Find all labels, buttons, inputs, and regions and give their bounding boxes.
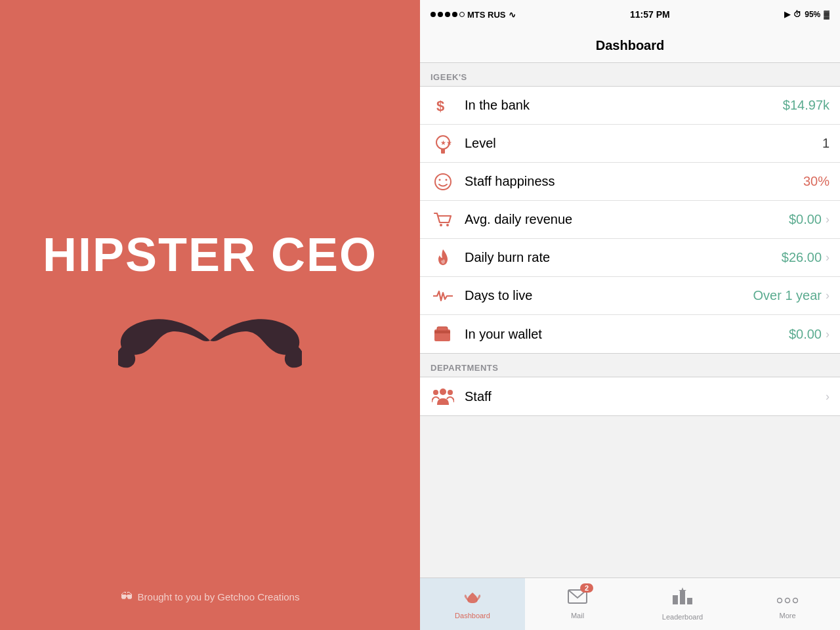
happiness-label: Staff happiness <box>465 174 803 189</box>
more-tab-label: More <box>779 612 795 620</box>
svg-rect-16 <box>673 595 678 604</box>
right-panel: MTS RUS ∿ 11:57 PM ▶ ⏱ 95% ▓ Dashboard I… <box>420 0 840 630</box>
content-area: IGEEK'S $ In the bank $14.97k ★★★ <box>420 63 840 578</box>
row-happiness[interactable]: Staff happiness 30% <box>420 163 840 201</box>
svg-point-7 <box>440 224 442 226</box>
signal-dots <box>430 12 465 17</box>
svg-point-12 <box>433 390 438 395</box>
dot-1 <box>430 12 436 17</box>
burnrate-label: Daily burn rate <box>465 250 782 265</box>
pulse-icon <box>430 284 455 308</box>
svg-point-21 <box>786 598 790 603</box>
left-panel: HIPSTER CEO 🕶 Brought to you by Getchoo … <box>0 0 420 630</box>
alarm-icon: ⏱ <box>793 10 801 19</box>
section-header-igeeks: IGEEK'S <box>420 63 840 86</box>
row-burnrate[interactable]: Daily burn rate $26.00 › <box>420 239 840 277</box>
nav-bar: Dashboard <box>420 29 840 63</box>
tab-leaderboard[interactable]: Leaderboard <box>630 578 735 630</box>
wallet-icon <box>430 322 455 346</box>
svg-text:★★★: ★★★ <box>440 139 453 146</box>
svg-point-5 <box>439 178 441 180</box>
row-wallet[interactable]: In your wallet $0.00 › <box>420 315 840 353</box>
tab-dashboard[interactable]: Dashboard <box>420 578 525 630</box>
dashboard-tab-label: Dashboard <box>455 612 490 620</box>
igeeks-table: $ In the bank $14.97k ★★★ Level 1 <box>420 86 840 354</box>
battery-icon: ▓ <box>824 10 830 19</box>
dot-4 <box>452 12 457 17</box>
svg-rect-18 <box>687 598 692 604</box>
nav-title: Dashboard <box>596 38 664 53</box>
more-tab-icon <box>777 589 798 609</box>
tab-more[interactable]: More <box>735 578 840 630</box>
status-time: 11:57 PM <box>630 9 670 20</box>
leaderboard-tab-icon <box>672 587 693 610</box>
staff-label: Staff <box>465 389 822 404</box>
dashboard-tab-icon <box>462 589 483 609</box>
level-label: Level <box>465 136 822 151</box>
daystolive-label: Days to live <box>465 288 753 303</box>
fire-icon <box>430 245 455 270</box>
row-daystolive[interactable]: Days to live Over 1 year › <box>420 277 840 315</box>
cart-icon <box>430 207 455 232</box>
burnrate-chevron: › <box>826 251 830 264</box>
battery-label: 95% <box>805 10 820 19</box>
glasses-icon: 🕶 <box>121 590 133 604</box>
tab-mail[interactable]: 2 Mail <box>525 578 630 630</box>
dollar-icon: $ <box>430 93 455 118</box>
level-value: 1 <box>822 136 830 151</box>
svg-point-4 <box>435 174 451 190</box>
tab-bar: Dashboard 2 Mail <box>420 578 840 630</box>
carrier-label: MTS RUS <box>467 10 506 20</box>
medal-icon: ★★★ <box>430 131 455 156</box>
revenue-label: Avg. daily revenue <box>465 212 789 227</box>
mustache-decoration <box>118 295 302 401</box>
revenue-value: $0.00 <box>789 212 822 227</box>
status-left: MTS RUS ∿ <box>430 10 516 20</box>
row-staff[interactable]: Staff › <box>420 377 840 415</box>
svg-point-13 <box>440 388 446 395</box>
revenue-chevron: › <box>826 213 830 226</box>
branding-text: 🕶 Brought to you by Getchoo Creations <box>0 590 420 604</box>
wifi-icon: ∿ <box>509 10 516 20</box>
dot-5 <box>459 12 465 17</box>
svg-rect-3 <box>441 148 445 154</box>
status-bar: MTS RUS ∿ 11:57 PM ▶ ⏱ 95% ▓ <box>420 0 840 29</box>
staff-chevron: › <box>826 390 830 404</box>
mail-badge: 2 <box>580 583 593 593</box>
location-icon: ▶ <box>784 10 790 19</box>
row-bank[interactable]: $ In the bank $14.97k <box>420 87 840 125</box>
departments-table: Staff › <box>420 377 840 416</box>
daystolive-value: Over 1 year <box>753 288 822 303</box>
dot-3 <box>445 12 450 17</box>
svg-point-8 <box>446 224 449 226</box>
svg-point-14 <box>448 390 453 395</box>
staff-icon <box>430 384 455 409</box>
svg-point-20 <box>778 598 782 603</box>
svg-text:$: $ <box>436 98 444 114</box>
mail-tab-label: Mail <box>571 612 584 620</box>
status-right: ▶ ⏱ 95% ▓ <box>784 10 830 19</box>
wallet-chevron: › <box>826 327 830 341</box>
dot-2 <box>438 12 443 17</box>
svg-rect-11 <box>437 327 448 331</box>
smiley-icon <box>430 169 455 194</box>
app-title: HIPSTER CEO <box>43 229 377 281</box>
row-revenue[interactable]: Avg. daily revenue $0.00 › <box>420 201 840 239</box>
leaderboard-tab-label: Leaderboard <box>662 613 703 621</box>
happiness-value: 30% <box>803 174 830 189</box>
svg-rect-10 <box>434 331 450 333</box>
bank-value: $14.97k <box>783 98 830 113</box>
bank-label: In the bank <box>465 98 783 113</box>
row-level[interactable]: ★★★ Level 1 <box>420 125 840 163</box>
wallet-label: In your wallet <box>465 327 789 342</box>
wallet-value: $0.00 <box>789 327 822 342</box>
section-header-departments: DEPARTMENTS <box>420 354 840 377</box>
burnrate-value: $26.00 <box>782 250 822 265</box>
svg-point-6 <box>446 178 448 180</box>
svg-point-22 <box>793 598 798 603</box>
daystolive-chevron: › <box>826 289 830 303</box>
